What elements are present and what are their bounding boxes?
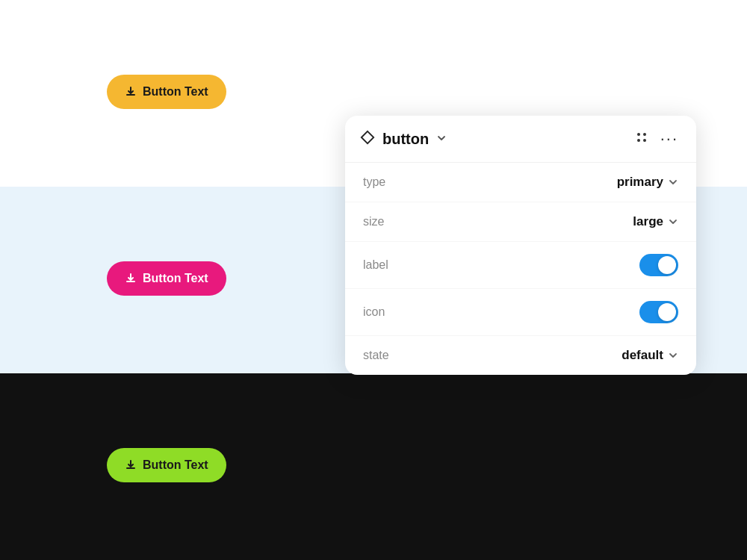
label-row: label bbox=[345, 242, 696, 289]
type-label: type bbox=[363, 175, 385, 189]
yellow-button-label: Button Text bbox=[143, 85, 208, 99]
label-toggle-knob bbox=[658, 256, 676, 274]
state-value[interactable]: default bbox=[622, 348, 678, 363]
label-row-label: label bbox=[363, 258, 388, 272]
state-value-text: default bbox=[622, 348, 663, 363]
type-value[interactable]: primary bbox=[617, 175, 678, 190]
svg-point-1 bbox=[643, 133, 646, 136]
right-dark-background bbox=[344, 373, 747, 560]
download-icon-green bbox=[125, 459, 137, 471]
yellow-button[interactable]: Button Text bbox=[107, 75, 226, 109]
panel-header-left: button bbox=[360, 130, 447, 148]
diamond-icon bbox=[360, 130, 375, 148]
svg-point-2 bbox=[637, 139, 640, 142]
pink-button-label: Button Text bbox=[143, 272, 208, 285]
size-value-text: large bbox=[633, 214, 663, 229]
state-label: state bbox=[363, 349, 389, 362]
icon-row: icon bbox=[345, 289, 696, 336]
type-value-text: primary bbox=[617, 175, 663, 190]
size-row: size large bbox=[345, 202, 696, 242]
type-row: type primary bbox=[345, 163, 696, 202]
download-icon bbox=[125, 86, 137, 98]
type-chevron-icon bbox=[668, 177, 678, 187]
panel-header: button ··· bbox=[345, 116, 696, 163]
download-icon-pink bbox=[125, 273, 137, 284]
properties-panel: button ··· type primary bbox=[345, 116, 696, 375]
cross-dots-icon[interactable] bbox=[633, 129, 650, 149]
size-chevron-icon bbox=[668, 217, 678, 227]
state-chevron-icon bbox=[668, 350, 678, 361]
green-button[interactable]: Button Text bbox=[107, 448, 226, 482]
size-label: size bbox=[363, 215, 384, 228]
size-value[interactable]: large bbox=[633, 214, 678, 229]
label-toggle[interactable] bbox=[639, 254, 678, 276]
panel-header-right: ··· bbox=[633, 129, 678, 149]
green-button-label: Button Text bbox=[143, 458, 208, 472]
svg-point-3 bbox=[643, 139, 646, 142]
icon-toggle-knob bbox=[658, 303, 676, 321]
svg-point-0 bbox=[637, 133, 640, 136]
icon-toggle[interactable] bbox=[639, 301, 678, 323]
more-options-icon[interactable]: ··· bbox=[660, 129, 678, 149]
panel-title: button bbox=[382, 131, 429, 148]
state-row: state default bbox=[345, 336, 696, 375]
pink-button[interactable]: Button Text bbox=[107, 261, 226, 296]
panel-title-chevron[interactable] bbox=[436, 133, 447, 146]
icon-row-label: icon bbox=[363, 305, 385, 319]
